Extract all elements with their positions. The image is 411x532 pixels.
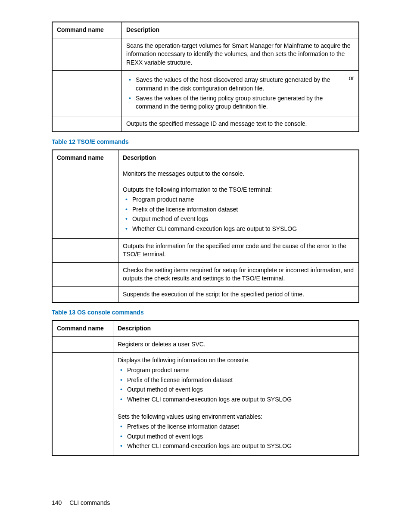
col-header-command-name: Command name	[52, 320, 113, 336]
list-item: Saves the values of the host-discovered …	[126, 76, 345, 93]
page-footer: 140 CLI commands	[52, 499, 110, 506]
cell-command-name	[52, 166, 118, 182]
cell-command-name	[52, 409, 113, 456]
or-text: or	[349, 74, 354, 83]
table-caption-tsoe: Table 12 TSO/E commands	[52, 138, 359, 145]
table-row: Monitors the messages output to the cons…	[52, 166, 359, 182]
cell-description: Monitors the messages output to the cons…	[118, 166, 359, 182]
bullet-list: Program product name Prefix of the licen…	[118, 366, 354, 404]
col-header-command-name: Command name	[52, 22, 122, 38]
table-row: Checks the setting items required for se…	[52, 262, 359, 286]
cell-command-name	[52, 337, 113, 353]
table-row: Outputs the specified message ID and mes…	[52, 116, 359, 132]
cell-command-name	[52, 38, 122, 71]
cell-description: Outputs the specified message ID and mes…	[122, 116, 359, 132]
bullet-list: Program product name Prefix of the licen…	[123, 196, 354, 233]
list-item: Saves the values of the tiering policy g…	[126, 94, 345, 111]
table-row: Displays the following information on th…	[52, 352, 359, 409]
table-row: Suspends the execution of the script for…	[52, 286, 359, 302]
cell-description: Outputs the following information to the…	[118, 182, 359, 238]
footer-section: CLI commands	[69, 499, 110, 506]
page: Command name Description Scans the opera…	[0, 0, 411, 532]
table-row: Outputs the following information to the…	[52, 182, 359, 238]
table-row: Outputs the information for the specifie…	[52, 238, 359, 262]
cell-command-name	[52, 352, 113, 409]
cell-description: Displays the following information on th…	[113, 352, 359, 409]
cell-description: Suspends the execution of the script for…	[118, 286, 359, 302]
page-number: 140	[52, 499, 62, 506]
cell-description: Scans the operation-target volumes for S…	[122, 38, 359, 71]
list-item: Prefix of the license information datase…	[123, 205, 354, 214]
table-caption-os-console: Table 13 OS console commands	[52, 309, 359, 316]
list-item: Prefix of the license information datase…	[118, 376, 354, 385]
table-row: Scans the operation-target volumes for S…	[52, 38, 359, 71]
col-header-description: Description	[122, 22, 359, 38]
cell-command-name	[52, 262, 118, 286]
cell-description: Checks the setting items required for se…	[118, 262, 359, 286]
cell-command-name	[52, 238, 118, 262]
list-item: Output method of event logs	[118, 432, 354, 441]
col-header-description: Description	[118, 150, 359, 166]
list-item: Whether CLI command-execution logs are o…	[118, 442, 354, 451]
cell-command-name	[52, 116, 122, 132]
cell-command-name	[52, 71, 122, 116]
cell-description: Sets the following values using environm…	[113, 409, 359, 456]
bullet-list: Saves the values of the host-discovered …	[126, 76, 345, 111]
cell-command-name	[52, 182, 118, 238]
table-row: Sets the following values using environm…	[52, 409, 359, 456]
table-tsoe-commands: Command name Description Monitors the me…	[52, 149, 359, 303]
table-continuation: Command name Description Scans the opera…	[52, 22, 359, 132]
list-item: Program product name	[123, 196, 354, 204]
cell-description: Registers or deletes a user SVC.	[113, 337, 359, 353]
list-item: Prefixes of the license information data…	[118, 423, 354, 431]
lead-text: Sets the following values using environm…	[118, 413, 262, 420]
cell-description: Saves the values of the host-discovered …	[122, 71, 359, 116]
cell-description: Outputs the information for the specifie…	[118, 238, 359, 262]
list-item: Output method of event logs	[118, 386, 354, 394]
col-header-command-name: Command name	[52, 150, 118, 166]
bullet-list: Prefixes of the license information data…	[118, 423, 354, 451]
cell-command-name	[52, 286, 118, 302]
col-header-description: Description	[113, 320, 359, 336]
lead-text: Displays the following information on th…	[118, 357, 250, 364]
table-row: Registers or deletes a user SVC.	[52, 337, 359, 353]
list-item: Whether CLI command-execution logs are o…	[118, 395, 354, 404]
list-item: Whether CLI command-execution logs are o…	[123, 225, 354, 233]
lead-text: Outputs the following information to the…	[123, 186, 272, 193]
table-os-console-commands: Command name Description Registers or de…	[52, 320, 359, 456]
list-item: Program product name	[118, 366, 354, 375]
table-row: Saves the values of the host-discovered …	[52, 71, 359, 116]
list-item: Output method of event logs	[123, 215, 354, 224]
